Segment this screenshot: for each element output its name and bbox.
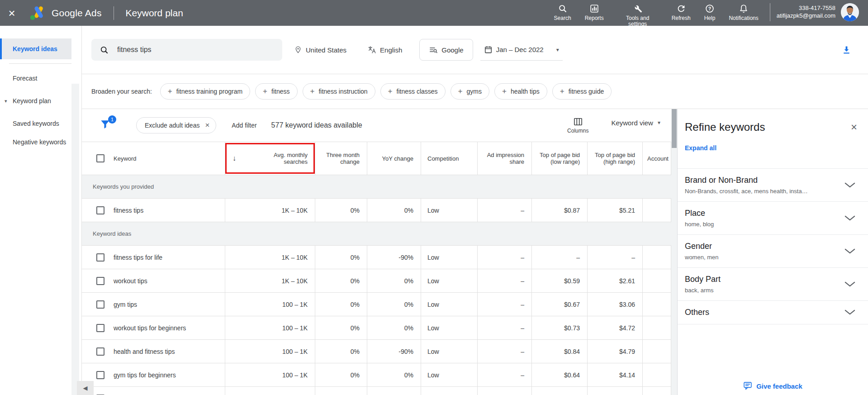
bid-low-cell: – bbox=[532, 246, 588, 269]
broaden-chip[interactable]: +fitness instruction bbox=[303, 83, 375, 100]
reports-nav-button[interactable]: Reports bbox=[578, 3, 611, 21]
translate-icon bbox=[367, 45, 376, 54]
network-selector[interactable]: Google bbox=[419, 39, 473, 61]
date-range-selector[interactable]: Jan – Dec 2022 ▾ bbox=[480, 39, 563, 61]
download-button[interactable] bbox=[841, 45, 852, 55]
close-icon[interactable]: × bbox=[0, 7, 24, 19]
sidebar-item-label: Keyword ideas bbox=[13, 45, 57, 52]
scroll-left-button[interactable]: ◀ bbox=[77, 381, 94, 395]
yoy-cell: 0% bbox=[367, 269, 421, 292]
header-bid-low[interactable]: Top of page bid (low range) bbox=[532, 142, 588, 175]
account-cell bbox=[643, 387, 671, 395]
row-checkbox[interactable] bbox=[96, 206, 104, 214]
row-checkbox[interactable] bbox=[96, 324, 104, 332]
refine-section-subtitle: back, arms bbox=[685, 287, 721, 294]
location-selector[interactable]: United States bbox=[294, 46, 346, 54]
refine-keywords-panel: Refine keywords × Expand all Brand or No… bbox=[677, 109, 868, 395]
sidebar-item-negative-keywords[interactable]: Negative keywords bbox=[0, 136, 71, 163]
help-button[interactable]: ? Help bbox=[697, 3, 722, 21]
row-checkbox[interactable] bbox=[96, 277, 104, 285]
add-icon: + bbox=[168, 87, 172, 96]
give-feedback-button[interactable]: Give feedback bbox=[678, 381, 868, 390]
row-checkbox[interactable] bbox=[96, 371, 104, 379]
header-bid-high[interactable]: Top of page bid (high range) bbox=[588, 142, 643, 175]
refresh-button[interactable]: Refresh bbox=[665, 3, 697, 21]
page-scrollbar[interactable] bbox=[71, 26, 82, 395]
bell-icon bbox=[739, 3, 749, 14]
wrench-icon bbox=[633, 3, 643, 14]
bid-low-cell: $0.59 bbox=[532, 269, 588, 292]
notifications-button[interactable]: Notifications bbox=[722, 3, 765, 21]
row-checkbox[interactable] bbox=[96, 300, 104, 309]
search-nav-button[interactable]: Search bbox=[547, 3, 578, 21]
ad-impression-cell: – bbox=[478, 387, 532, 395]
keyword-text: fitness tips for life bbox=[114, 254, 162, 261]
expand-all-link[interactable]: Expand all bbox=[685, 144, 716, 152]
table-header-row: Keyword ↓ Avg. monthly searches Three mo… bbox=[82, 142, 671, 175]
keyword-search-input[interactable]: fitness tips bbox=[91, 39, 282, 61]
keyword-text: workout tips bbox=[114, 277, 147, 285]
header-account[interactable]: Account bbox=[643, 142, 671, 175]
refine-section[interactable]: Placehome, blog bbox=[678, 202, 868, 235]
keyword-view-selector[interactable]: Keyword view ▾ bbox=[611, 119, 660, 127]
header-keyword[interactable]: Keyword bbox=[82, 142, 225, 175]
keyword-cell: gym tips bbox=[82, 293, 225, 316]
bid-high-cell: $2.61 bbox=[588, 269, 643, 292]
bid-high-cell: $4.72 bbox=[588, 316, 643, 339]
network-value: Google bbox=[441, 46, 463, 54]
broaden-chip[interactable]: +fitness guide bbox=[552, 83, 612, 100]
three-month-cell: 0% bbox=[315, 316, 367, 339]
refine-section[interactable]: Others bbox=[678, 301, 868, 324]
account-info[interactable]: 338-417-7558 atifijazpk5@gmail.com bbox=[777, 4, 835, 19]
close-icon[interactable]: × bbox=[851, 122, 857, 133]
remove-filter-icon[interactable]: × bbox=[205, 121, 209, 130]
refine-section[interactable]: Genderwomen, men bbox=[678, 235, 868, 268]
account-cell bbox=[643, 246, 671, 269]
refine-header: Refine keywords × Expand all bbox=[678, 109, 868, 169]
header-avg-monthly-searches-highlighted[interactable]: ↓ Avg. monthly searches bbox=[225, 142, 315, 175]
refine-section[interactable]: Brand or Non-BrandNon-Brands, crossfit, … bbox=[678, 169, 868, 202]
refine-section-title: Brand or Non-Brand bbox=[685, 176, 808, 185]
sidebar-item-keyword-plan[interactable]: ▾ Keyword plan bbox=[0, 90, 71, 111]
search-query-value: fitness tips bbox=[117, 46, 152, 54]
filter-icon[interactable]: 1 bbox=[100, 119, 115, 132]
chevron-down-icon bbox=[844, 248, 855, 254]
language-selector[interactable]: English bbox=[367, 45, 402, 54]
row-checkbox[interactable] bbox=[96, 253, 104, 262]
bid-low-cell: $0.87 bbox=[532, 199, 588, 222]
account-cell bbox=[643, 316, 671, 339]
broaden-chip[interactable]: +fitness bbox=[255, 83, 297, 100]
sidebar-item-forecast[interactable]: Forecast bbox=[0, 68, 71, 89]
caret-down-icon: ▾ bbox=[556, 47, 559, 53]
avatar[interactable] bbox=[841, 3, 859, 21]
header-ad-impression-share[interactable]: Ad impression share bbox=[478, 142, 532, 175]
broaden-chip[interactable]: +gyms bbox=[451, 83, 489, 100]
sidebar-item-label: Saved keywords bbox=[13, 120, 59, 127]
row-checkbox[interactable] bbox=[96, 347, 104, 356]
header-yoy-change[interactable]: YoY change bbox=[367, 142, 421, 175]
table-row: workout tips for beginners100 – 1K0%0%Lo… bbox=[82, 316, 671, 340]
broaden-chip[interactable]: +fitness classes bbox=[380, 83, 446, 100]
sidebar-item-saved-keywords[interactable]: Saved keywords bbox=[0, 113, 71, 134]
chevron-down-icon bbox=[844, 309, 855, 315]
refine-section[interactable]: Body Partback, arms bbox=[678, 268, 868, 301]
columns-button[interactable]: Columns bbox=[567, 117, 588, 134]
keyword-table-body: Keywords you providedfitness tips1K – 10… bbox=[82, 175, 671, 395]
table-scrollbar[interactable] bbox=[671, 109, 677, 395]
header-competition[interactable]: Competition bbox=[421, 142, 478, 175]
broaden-chip[interactable]: +health tips bbox=[494, 83, 547, 100]
avg-monthly-cell: 100 – 1K bbox=[225, 316, 315, 339]
bid-high-cell: – bbox=[588, 246, 643, 269]
select-all-checkbox[interactable] bbox=[96, 154, 104, 162]
ad-impression-cell: – bbox=[478, 293, 532, 316]
tools-settings-button[interactable]: Tools and settings bbox=[611, 3, 665, 27]
header-three-month-change[interactable]: Three month change bbox=[315, 142, 367, 175]
scrollbar-thumb[interactable] bbox=[672, 109, 677, 148]
add-filter-button[interactable]: Add filter bbox=[232, 122, 256, 129]
filter-chip-exclude-adult[interactable]: Exclude adult ideas × bbox=[136, 117, 216, 133]
sidebar-item-keyword-ideas[interactable]: Keyword ideas bbox=[0, 38, 71, 59]
broaden-chip[interactable]: +fitness training program bbox=[160, 83, 250, 100]
keyword-cell: workout tips for beginners bbox=[82, 316, 225, 339]
three-month-cell: 0% bbox=[315, 293, 367, 316]
header-label: Ad impression share bbox=[485, 152, 524, 165]
